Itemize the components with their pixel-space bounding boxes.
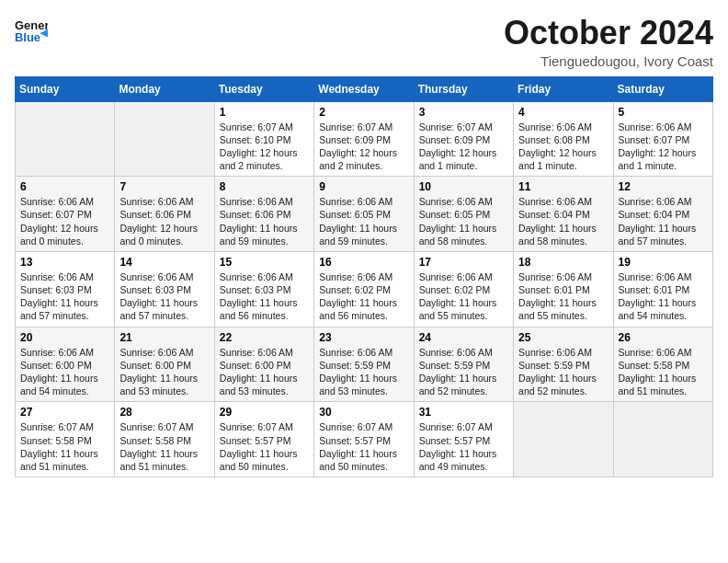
calendar-cell: 18Sunrise: 6:06 AM Sunset: 6:01 PM Dayli… [514, 251, 613, 327]
calendar-cell: 12Sunrise: 6:06 AM Sunset: 6:04 PM Dayli… [613, 177, 712, 252]
day-info: Sunrise: 6:06 AM Sunset: 6:06 PM Dayligh… [220, 195, 309, 247]
day-info: Sunrise: 6:07 AM Sunset: 6:09 PM Dayligh… [419, 121, 508, 173]
day-info: Sunrise: 6:07 AM Sunset: 6:09 PM Dayligh… [319, 121, 408, 173]
calendar-cell [613, 402, 712, 477]
calendar-cell: 11Sunrise: 6:06 AM Sunset: 6:04 PM Dayli… [514, 177, 613, 252]
calendar-cell: 2Sunrise: 6:07 AM Sunset: 6:09 PM Daylig… [314, 101, 414, 177]
day-info: Sunrise: 6:06 AM Sunset: 6:03 PM Dayligh… [220, 270, 309, 323]
week-row-5: 27Sunrise: 6:07 AM Sunset: 5:58 PM Dayli… [16, 402, 713, 477]
location-subtitle: Tienguedougou, Ivory Coast [504, 53, 713, 69]
calendar-cell: 16Sunrise: 6:06 AM Sunset: 6:02 PM Dayli… [314, 251, 414, 327]
week-row-4: 20Sunrise: 6:06 AM Sunset: 6:00 PM Dayli… [16, 327, 713, 402]
calendar-cell: 9Sunrise: 6:06 AM Sunset: 6:05 PM Daylig… [314, 177, 414, 252]
weekday-header-thursday: Thursday [414, 76, 513, 101]
day-info: Sunrise: 6:07 AM Sunset: 5:57 PM Dayligh… [319, 420, 408, 473]
day-info: Sunrise: 6:06 AM Sunset: 6:04 PM Dayligh… [518, 195, 608, 247]
calendar-cell: 5Sunrise: 6:06 AM Sunset: 6:07 PM Daylig… [613, 101, 712, 177]
weekday-header-friday: Friday [514, 76, 613, 101]
day-number: 21 [119, 331, 209, 344]
weekday-header-sunday: Sunday [16, 76, 115, 101]
weekday-header-tuesday: Tuesday [214, 76, 313, 101]
day-info: Sunrise: 6:06 AM Sunset: 5:59 PM Dayligh… [319, 346, 408, 398]
month-title: October 2024 [504, 15, 713, 52]
day-info: Sunrise: 6:06 AM Sunset: 6:07 PM Dayligh… [619, 121, 708, 173]
day-info: Sunrise: 6:07 AM Sunset: 6:10 PM Dayligh… [220, 121, 309, 173]
calendar-cell: 14Sunrise: 6:06 AM Sunset: 6:03 PM Dayli… [115, 251, 214, 327]
day-info: Sunrise: 6:06 AM Sunset: 6:06 PM Dayligh… [119, 195, 209, 247]
calendar-cell: 22Sunrise: 6:06 AM Sunset: 6:00 PM Dayli… [214, 327, 313, 402]
calendar-cell: 28Sunrise: 6:07 AM Sunset: 5:58 PM Dayli… [115, 402, 214, 477]
day-number: 13 [20, 256, 109, 269]
day-number: 22 [220, 331, 309, 344]
calendar-cell [115, 101, 214, 177]
day-number: 25 [518, 331, 608, 344]
day-info: Sunrise: 6:07 AM Sunset: 5:58 PM Dayligh… [119, 420, 209, 473]
weekday-header-wednesday: Wednesday [314, 76, 414, 101]
page-header: General Blue October 2024 Tienguedougou,… [15, 15, 713, 69]
calendar-cell: 6Sunrise: 6:06 AM Sunset: 6:07 PM Daylig… [16, 177, 115, 252]
day-info: Sunrise: 6:06 AM Sunset: 6:07 PM Dayligh… [20, 195, 109, 247]
calendar-cell: 13Sunrise: 6:06 AM Sunset: 6:03 PM Dayli… [16, 251, 115, 327]
day-info: Sunrise: 6:06 AM Sunset: 6:04 PM Dayligh… [619, 195, 708, 247]
week-row-3: 13Sunrise: 6:06 AM Sunset: 6:03 PM Dayli… [16, 251, 713, 327]
day-number: 12 [619, 180, 708, 193]
calendar-cell: 3Sunrise: 6:07 AM Sunset: 6:09 PM Daylig… [414, 101, 513, 177]
calendar-cell: 1Sunrise: 6:07 AM Sunset: 6:10 PM Daylig… [214, 101, 313, 177]
day-number: 20 [20, 331, 109, 344]
day-number: 7 [119, 180, 209, 193]
calendar-cell: 23Sunrise: 6:06 AM Sunset: 5:59 PM Dayli… [314, 327, 414, 402]
logo: General Blue [15, 15, 48, 48]
day-number: 1 [220, 106, 309, 119]
day-number: 28 [119, 406, 209, 419]
calendar-cell [514, 402, 613, 477]
day-info: Sunrise: 6:06 AM Sunset: 6:00 PM Dayligh… [119, 346, 209, 398]
day-number: 4 [518, 106, 608, 119]
day-number: 29 [220, 406, 309, 419]
day-info: Sunrise: 6:07 AM Sunset: 5:58 PM Dayligh… [20, 420, 109, 473]
day-number: 19 [619, 256, 708, 269]
day-number: 6 [20, 180, 109, 193]
day-number: 3 [419, 106, 508, 119]
day-number: 24 [419, 331, 508, 344]
calendar-cell: 15Sunrise: 6:06 AM Sunset: 6:03 PM Dayli… [214, 251, 313, 327]
day-number: 15 [220, 256, 309, 269]
calendar-cell: 17Sunrise: 6:06 AM Sunset: 6:02 PM Dayli… [414, 251, 513, 327]
calendar-cell: 30Sunrise: 6:07 AM Sunset: 5:57 PM Dayli… [314, 402, 414, 477]
calendar-cell: 8Sunrise: 6:06 AM Sunset: 6:06 PM Daylig… [214, 177, 313, 252]
day-info: Sunrise: 6:06 AM Sunset: 6:03 PM Dayligh… [119, 270, 209, 323]
day-info: Sunrise: 6:06 AM Sunset: 6:05 PM Dayligh… [419, 195, 508, 247]
day-info: Sunrise: 6:06 AM Sunset: 6:03 PM Dayligh… [20, 270, 109, 323]
calendar-cell: 25Sunrise: 6:06 AM Sunset: 5:59 PM Dayli… [514, 327, 613, 402]
day-info: Sunrise: 6:06 AM Sunset: 6:01 PM Dayligh… [518, 270, 608, 323]
day-number: 11 [518, 180, 608, 193]
day-number: 10 [419, 180, 508, 193]
day-info: Sunrise: 6:06 AM Sunset: 5:59 PM Dayligh… [419, 346, 508, 398]
weekday-header-monday: Monday [115, 76, 214, 101]
day-info: Sunrise: 6:06 AM Sunset: 6:02 PM Dayligh… [319, 270, 408, 323]
calendar-cell [16, 101, 115, 177]
calendar-cell: 21Sunrise: 6:06 AM Sunset: 6:00 PM Dayli… [115, 327, 214, 402]
calendar-cell: 20Sunrise: 6:06 AM Sunset: 6:00 PM Dayli… [16, 327, 115, 402]
day-number: 18 [518, 256, 608, 269]
calendar-cell: 10Sunrise: 6:06 AM Sunset: 6:05 PM Dayli… [414, 177, 513, 252]
day-number: 17 [419, 256, 508, 269]
calendar-cell: 29Sunrise: 6:07 AM Sunset: 5:57 PM Dayli… [214, 402, 313, 477]
day-info: Sunrise: 6:06 AM Sunset: 6:00 PM Dayligh… [20, 346, 109, 398]
day-number: 9 [319, 180, 408, 193]
day-number: 16 [319, 256, 408, 269]
calendar-cell: 27Sunrise: 6:07 AM Sunset: 5:58 PM Dayli… [16, 402, 115, 477]
weekday-header-saturday: Saturday [613, 76, 712, 101]
calendar-cell: 7Sunrise: 6:06 AM Sunset: 6:06 PM Daylig… [115, 177, 214, 252]
calendar-table: SundayMondayTuesdayWednesdayThursdayFrid… [15, 76, 713, 477]
day-info: Sunrise: 6:06 AM Sunset: 6:00 PM Dayligh… [220, 346, 309, 398]
day-info: Sunrise: 6:06 AM Sunset: 5:59 PM Dayligh… [518, 346, 608, 398]
day-number: 5 [619, 106, 708, 119]
day-number: 30 [319, 406, 408, 419]
calendar-cell: 4Sunrise: 6:06 AM Sunset: 6:08 PM Daylig… [514, 101, 613, 177]
weekday-header-row: SundayMondayTuesdayWednesdayThursdayFrid… [16, 76, 713, 101]
day-number: 2 [319, 106, 408, 119]
day-info: Sunrise: 6:06 AM Sunset: 6:08 PM Dayligh… [518, 121, 608, 173]
day-info: Sunrise: 6:06 AM Sunset: 6:02 PM Dayligh… [419, 270, 508, 323]
week-row-2: 6Sunrise: 6:06 AM Sunset: 6:07 PM Daylig… [16, 177, 713, 252]
day-number: 23 [319, 331, 408, 344]
